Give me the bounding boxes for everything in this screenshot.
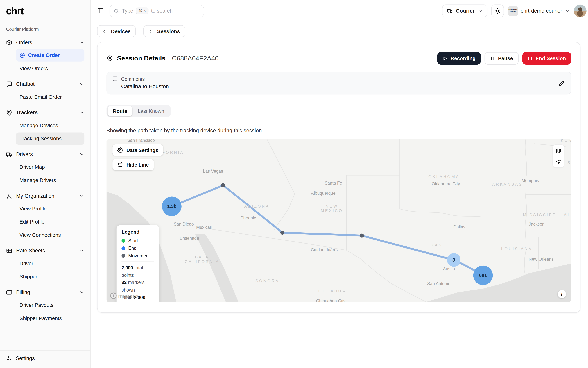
map-label-ss: SS — [567, 160, 571, 165]
map-pin-icon — [6, 109, 12, 116]
map-info-button[interactable]: i — [558, 290, 566, 298]
map-style-button[interactable] — [553, 145, 564, 156]
chevron-down-icon — [79, 151, 84, 157]
sliders-icon — [6, 355, 12, 361]
map-legend: Legend StartEndMovement 2,000 total poin… — [117, 225, 159, 302]
sidebar-item-paste-email-order[interactable]: Paste Email Order — [16, 91, 84, 103]
map-label-chihuahua: CHIHUAHUA — [313, 288, 346, 293]
map-label-albuquerque: Albuquerque — [311, 191, 335, 195]
main-area: Type ⌘ K to search Courier chrt demo cou… — [91, 0, 588, 368]
sidebar-item-shipper-payments[interactable]: Shipper Payments — [16, 312, 84, 324]
theme-toggle-button[interactable] — [491, 4, 504, 17]
tracking-map[interactable]: 1.3k8691 San FranciscoCALIFORNIALas Vega… — [107, 139, 571, 302]
sidebar-nav: OrdersCreate OrderView OrdersChatbotPast… — [6, 37, 84, 324]
locate-button[interactable] — [553, 156, 564, 167]
map-label-las-vegas: Las Vegas — [203, 169, 223, 173]
sidebar-item-drivers[interactable]: Drivers — [6, 148, 84, 160]
back-sessions-button[interactable]: Sessions — [143, 25, 185, 37]
sidebar-subgroup-chatbot: Paste Email Order — [6, 91, 84, 103]
sidebar-toggle-button[interactable] — [97, 8, 104, 14]
sidebar-item-shipper[interactable]: Shipper — [16, 270, 84, 283]
account-name: chrt-demo-courier — [521, 8, 562, 14]
sidebar-item-create-order[interactable]: Create Order — [16, 49, 84, 61]
sidebar-item-orders[interactable]: Orders — [6, 37, 84, 48]
navigation-arrow-icon — [555, 159, 561, 165]
legend-dot-start — [121, 239, 125, 243]
edit-comments-button[interactable] — [558, 80, 565, 86]
credit-card-icon — [6, 289, 12, 295]
sidebar-item-chatbot[interactable]: Chatbot — [6, 78, 84, 90]
gear-icon — [118, 147, 123, 153]
user-avatar[interactable] — [574, 4, 586, 17]
sidebar-item-tracking-sessions[interactable]: Tracking Sessions — [16, 132, 84, 145]
map-label-oklahoma: OKLAHOMA — [428, 175, 460, 179]
legend-stat: 32 markers shown — [121, 279, 154, 294]
plus-circle-icon — [19, 53, 25, 58]
map-label-arkansas: ARKANSAS — [492, 182, 523, 186]
map-label-mississippi: MISSISSIPPI — [523, 212, 559, 217]
play-icon — [443, 56, 448, 61]
map-description: Showing the path taken by the tracking d… — [107, 128, 571, 134]
sidebar-item-manage-devices[interactable]: Manage Devices — [16, 119, 84, 132]
sidebar-item-settings[interactable]: Settings — [6, 355, 84, 361]
sidebar-item-view-profile[interactable]: View Profile — [16, 202, 84, 215]
view-tabs: Route Last Known — [107, 105, 171, 117]
sidebar-item-view-connections[interactable]: View Connections — [16, 229, 84, 241]
search-input[interactable]: Type ⌘ K to search — [109, 5, 204, 17]
legend-stat: 2,000 total points — [121, 265, 154, 279]
org-avatar-badge: chrt demo courier — [507, 6, 518, 16]
map-label-baja-california: BAJA CALIFORNIA — [185, 255, 220, 264]
account-menu[interactable]: chrt demo courier chrt-demo-courier — [507, 6, 570, 16]
search-placeholder-prefix: Type — [122, 8, 133, 14]
map-label-santa-fe: Santa Fe — [325, 181, 342, 185]
sidebar-subgroup-billing: Driver PayoutsShipper Payments — [6, 299, 84, 325]
comments-card: Comments Catalina to Houston — [107, 72, 571, 94]
chevron-down-icon — [79, 290, 84, 295]
comments-label: Comments — [121, 76, 145, 82]
map-label-oklahoma-city: Oklahoma City — [432, 182, 460, 186]
data-settings-button[interactable]: Data Settings — [112, 145, 163, 156]
map-label-memphis: Memphis — [522, 178, 539, 183]
message-square-icon — [6, 81, 12, 87]
org-switcher-button[interactable]: Courier — [442, 4, 488, 17]
hide-line-button[interactable]: Hide Line — [112, 159, 154, 170]
sidebar-item-billing[interactable]: Billing — [6, 286, 84, 298]
sidebar-item-view-orders[interactable]: View Orders — [16, 62, 84, 75]
end-session-button[interactable]: End Session — [522, 52, 571, 64]
map-label-san-diego: San Diego — [174, 222, 194, 226]
mapbox-attribution: ✦ mapbox — [110, 293, 139, 299]
chevron-down-icon — [478, 9, 482, 13]
tab-route[interactable]: Route — [108, 106, 133, 116]
session-actions: Recording Pause End Session — [437, 52, 571, 64]
map-label-phoenix: Phoenix — [241, 216, 256, 220]
breadcrumb: Devices Sessions — [97, 25, 587, 37]
sidebar-item-driver-map[interactable]: Driver Map — [16, 161, 84, 173]
comments-value: Catalina to Houston — [121, 83, 565, 89]
platform-label: Courier Platform — [6, 27, 84, 32]
arrow-left-icon — [102, 28, 108, 34]
settings-label: Settings — [16, 355, 35, 361]
pause-icon — [490, 56, 495, 61]
map-controls — [553, 145, 564, 167]
package-icon — [6, 39, 12, 46]
pause-button[interactable]: Pause — [485, 52, 518, 64]
tab-last-known[interactable]: Last Known — [133, 106, 169, 116]
sidebar-item-driver-payouts[interactable]: Driver Payouts — [16, 299, 84, 311]
sidebar-item-rate-sheets[interactable]: Rate Sheets — [6, 245, 84, 257]
map-label-chihuahua-city: Chihuahua City — [316, 299, 345, 302]
sidebar-item-driver[interactable]: Driver — [16, 257, 84, 270]
comment-icon — [112, 76, 118, 82]
sidebar-item-edit-profile[interactable]: Edit Profile — [16, 216, 84, 228]
map-label-austin: Austin — [443, 267, 455, 271]
map-labels-layer: San FranciscoCALIFORNIALas VegasOKLAHOMA… — [107, 139, 571, 302]
recording-status-button[interactable]: Recording — [437, 52, 481, 64]
sidebar-item-manage-drivers[interactable]: Manage Drivers — [16, 174, 84, 186]
sidebar-item-trackers[interactable]: Trackers — [6, 107, 84, 119]
sidebar-item-my-organization[interactable]: My Organization — [6, 190, 84, 202]
back-devices-button[interactable]: Devices — [97, 25, 136, 37]
map-label-alabam: ALABAM — [564, 212, 571, 217]
chevron-down-icon — [565, 9, 570, 13]
truck-icon — [6, 151, 12, 157]
arrow-left-icon — [149, 28, 154, 34]
sidebar-subgroup-orders: Create OrderView Orders — [6, 49, 84, 75]
